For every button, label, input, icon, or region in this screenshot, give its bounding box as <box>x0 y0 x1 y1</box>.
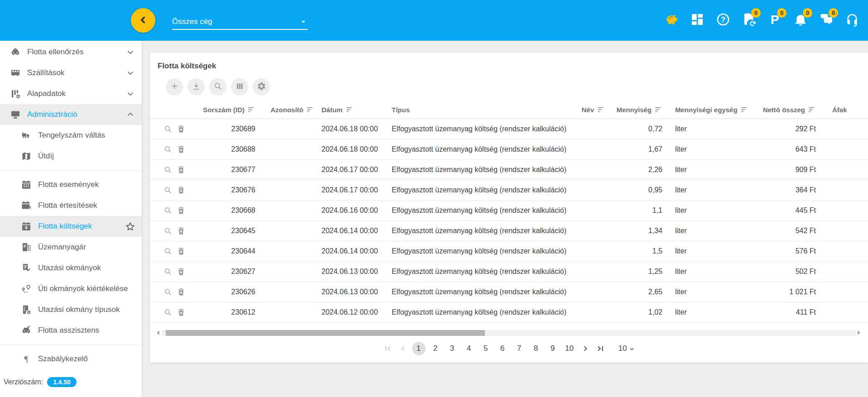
table-row[interactable]: 230645 2024.06.14 00:00 Elfogyasztott üz… <box>150 221 868 241</box>
help-icon[interactable]: ? <box>715 13 731 28</box>
column-header[interactable]: Nettó összeg <box>752 101 822 119</box>
row-details-button[interactable] <box>163 287 173 297</box>
sidebar-item-adminisztracio[interactable]: Adminisztráció <box>0 104 142 125</box>
messages-icon[interactable]: 0 <box>819 13 834 28</box>
sidebar-item-uzemanyagar[interactable]: F Üzemanyagár <box>0 237 142 258</box>
table-row[interactable]: 230676 2024.06.17 00:00 Elfogyasztott üz… <box>150 180 868 201</box>
sort-icon[interactable] <box>307 107 314 113</box>
page-number[interactable]: 10 <box>563 342 576 355</box>
next-page-button[interactable] <box>580 343 591 354</box>
sort-icon[interactable] <box>741 107 748 113</box>
row-details-button[interactable] <box>163 267 173 276</box>
prev-page-button[interactable] <box>397 343 409 354</box>
page-number[interactable]: 3 <box>446 342 459 355</box>
row-details-button[interactable] <box>163 308 173 317</box>
column-header[interactable]: Mennyiségi egység <box>671 101 752 119</box>
column-header[interactable] <box>150 101 191 119</box>
column-header[interactable]: Dátum <box>320 101 390 119</box>
column-header[interactable]: Mennyiség <box>605 101 671 119</box>
sidebar-item-uti-okmanyok-kiertekelese[interactable]: Úti okmányok kiértékelése <box>0 278 142 299</box>
sort-icon[interactable] <box>655 107 662 113</box>
column-header[interactable]: Sorszám (ID) <box>191 101 261 119</box>
star-icon[interactable] <box>125 221 135 232</box>
sidebar-item-flotta-ertesitesek[interactable]: Flotta értesítések <box>0 195 142 216</box>
row-delete-button[interactable] <box>177 186 186 195</box>
sidebar-item-szabalykezelo[interactable]: ¶ Szabálykezelő <box>0 349 142 369</box>
row-delete-button[interactable] <box>177 226 186 235</box>
sidebar-item-flotta-esemenyek[interactable]: Flotta események <box>0 174 142 195</box>
sort-icon[interactable] <box>597 107 605 113</box>
sort-icon[interactable] <box>346 107 354 113</box>
row-details-button[interactable] <box>163 247 173 256</box>
sidebar-item-szallitasok[interactable]: Szállítások <box>0 62 142 83</box>
row-delete-button[interactable] <box>177 206 186 215</box>
sidebar-item-label: Utazási okmányok <box>38 263 101 273</box>
columns-button[interactable] <box>231 78 248 96</box>
page-number[interactable]: 6 <box>496 342 509 355</box>
add-button[interactable] <box>166 78 183 96</box>
sidebar-item-flotta-koltsegek[interactable]: $ Flotta költségek <box>0 216 142 237</box>
row-details-button[interactable] <box>163 165 173 174</box>
parking-icon[interactable]: P 0 <box>767 13 782 28</box>
table-row[interactable]: 230612 2024.06.12 00:00 Elfogyasztott üz… <box>150 302 868 323</box>
page-number[interactable]: 1 <box>412 342 426 355</box>
fuel-icon: F <box>21 242 32 253</box>
export-button[interactable] <box>187 78 205 96</box>
settings-button[interactable] <box>253 78 270 96</box>
sidebar-item-alapadatok[interactable]: Alapadatok <box>0 83 142 104</box>
page-number[interactable]: 5 <box>479 342 493 355</box>
sidebar-item-flotta-asszisztens[interactable]: Flotta asszisztens <box>0 320 142 341</box>
row-delete-button[interactable] <box>177 267 186 276</box>
page-number[interactable]: 4 <box>462 342 476 355</box>
company-select[interactable]: Összes cég <box>172 14 308 30</box>
column-header[interactable]: Név <box>578 101 605 119</box>
row-details-button[interactable] <box>163 145 173 154</box>
page-number[interactable]: 8 <box>529 342 543 355</box>
sidebar-item-flotta-ellenorzes[interactable]: Flotta ellenőrzés <box>0 42 142 62</box>
row-delete-button[interactable] <box>177 124 186 134</box>
page-size-select[interactable]: 10 <box>619 344 636 353</box>
row-details-button[interactable] <box>163 226 173 235</box>
notifications-icon[interactable]: 0 <box>793 13 808 28</box>
column-header[interactable]: Azonosító <box>261 101 320 119</box>
row-delete-button[interactable] <box>177 247 186 256</box>
table-row[interactable]: 230626 2024.06.13 00:00 Elfogyasztott üz… <box>150 282 868 302</box>
sidebar-item-tengelyszam-valtas[interactable]: Tengelyszám váltás <box>0 125 142 146</box>
page-number[interactable]: 9 <box>546 342 560 355</box>
column-header[interactable]: Típus <box>390 101 578 119</box>
sidebar-collapse-button[interactable] <box>131 8 155 33</box>
table-row[interactable]: 230689 2024.06.18 00:00 Elfogyasztott üz… <box>150 119 868 139</box>
row-delete-button[interactable] <box>177 145 186 154</box>
table-row[interactable]: 230644 2024.06.14 00:00 Elfogyasztott üz… <box>150 241 868 262</box>
row-delete-button[interactable] <box>177 165 186 174</box>
row-details-button[interactable] <box>163 124 173 134</box>
sort-icon[interactable] <box>248 107 255 113</box>
first-page-button[interactable] <box>382 343 394 354</box>
table-row[interactable]: 230688 2024.06.18 00:00 Elfogyasztott üz… <box>150 139 868 160</box>
column-header[interactable]: Áfak <box>822 101 868 119</box>
scroll-left-arrow[interactable] <box>156 330 161 335</box>
row-delete-button[interactable] <box>177 308 186 317</box>
support-icon[interactable] <box>844 13 860 28</box>
table-row[interactable]: 230627 2024.06.13 00:00 Elfogyasztott üz… <box>150 262 868 282</box>
sidebar-item-utdij[interactable]: Útdíj <box>0 146 142 167</box>
scroll-right-arrow[interactable] <box>857 330 862 335</box>
search-button[interactable] <box>209 78 226 96</box>
dashboard-icon[interactable] <box>690 13 705 28</box>
sidebar-item-utazasi-okmany-tipusok[interactable]: Utazási okmány típusok <box>0 299 142 320</box>
page-number[interactable]: 2 <box>429 342 442 355</box>
row-delete-button[interactable] <box>177 287 186 297</box>
last-page-button[interactable] <box>595 343 606 354</box>
page-number[interactable]: 7 <box>513 342 526 355</box>
row-details-button[interactable] <box>163 186 173 195</box>
piggy-bank-icon[interactable] <box>664 13 679 28</box>
document-sync-icon[interactable]: 0 <box>741 13 757 28</box>
row-details-button[interactable] <box>163 206 173 215</box>
sort-icon[interactable] <box>808 107 816 113</box>
table-row[interactable]: 230668 2024.06.16 00:00 Elfogyasztott üz… <box>150 201 868 221</box>
sidebar-item-utazasi-okmanyok[interactable]: Utazási okmányok <box>0 258 142 278</box>
table-row[interactable]: 230677 2024.06.17 00:00 Elfogyasztott üz… <box>150 160 868 180</box>
scrollbar-track[interactable] <box>162 330 856 336</box>
scrollbar-thumb[interactable] <box>166 330 485 336</box>
row-actions <box>150 226 191 235</box>
